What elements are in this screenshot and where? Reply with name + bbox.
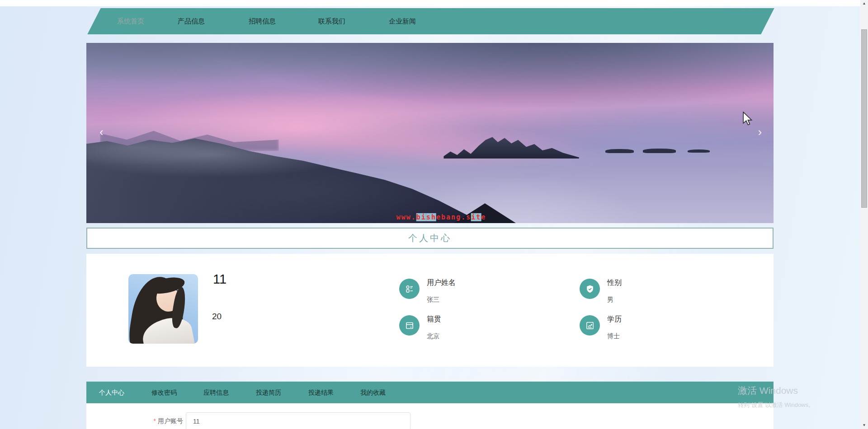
profile-sub-nav: 个人中心 修改密码 应聘信息 投递简历 投递结果 我的收藏 [86,382,774,403]
field-label: 学历 [607,315,622,323]
top-nav-item-jobs[interactable]: 招聘信息 [249,8,276,34]
scrollbar-thumb[interactable] [861,29,867,208]
top-nav-item-news[interactable]: 企业新闻 [389,8,416,34]
account-input[interactable] [186,412,410,429]
profile-field-gender: 性别 男 [580,279,622,303]
site-watermark: www.bishebang.site [396,213,486,221]
sub-nav-item-my-favorites[interactable]: 我的收藏 [360,382,386,403]
calendar-icon [399,315,420,336]
shield-check-icon [580,279,600,299]
watermark-segment: bi [416,213,426,221]
account-form-card: *用户账号 [86,403,774,429]
account-field-label: *用户账号 [150,412,183,429]
required-asterisk: * [154,417,156,424]
hero-islet [688,149,710,153]
sub-nav-item-change-password[interactable]: 修改密码 [151,382,177,403]
vertical-scrollbar[interactable]: ▲ ▼ [860,0,868,429]
profile-card: 11 20 用户姓名 张三 [86,254,774,367]
scrollbar-down-icon[interactable]: ▼ [860,422,868,429]
field-label: 性别 [607,279,622,287]
top-nav-item-products[interactable]: 产品信息 [178,8,205,34]
sub-nav-item-personal-center[interactable]: 个人中心 [99,382,124,403]
carousel-next-icon[interactable]: › [758,126,762,138]
hero-sky-layer [86,43,396,86]
page-background: 系统首页 产品信息 招聘信息 联系我们 企业新闻 ‹ › www.bisheba… [0,6,860,429]
hero-islet [605,149,634,153]
field-value: 博士 [607,332,622,340]
watermark-segment: sh [426,213,436,221]
avatar [128,274,198,344]
profile-field-education: 学历 博士 [580,315,622,340]
hero-carousel: ‹ › www.bishebang.site [86,43,774,223]
field-value: 男 [607,296,622,303]
account-label-text: 用户账号 [158,417,183,424]
top-nav-item-home[interactable]: 系统首页 [117,8,144,34]
top-nav-item-contact[interactable]: 联系我们 [318,8,345,34]
chart-icon [580,315,600,336]
profile-field-hometown: 籍贯 北京 [399,315,441,340]
watermark-segment: e [481,213,486,221]
field-value: 北京 [427,332,441,340]
profile-age: 20 [212,312,222,322]
sub-nav-item-submission-results[interactable]: 投递结果 [308,382,334,403]
watermark-segment: .s [461,213,471,221]
field-label: 籍贯 [427,315,441,323]
watermark-segment: ebang [436,213,461,221]
hero-islet [643,149,676,153]
watermark-segment: it [471,213,481,221]
id-card-icon [399,279,420,299]
profile-field-username: 用户姓名 张三 [399,279,456,303]
scrollbar-up-icon[interactable]: ▲ [860,0,868,7]
page-title: 个人中心 [86,228,774,249]
carousel-prev-icon[interactable]: ‹ [99,126,104,138]
field-value: 张三 [427,296,456,303]
profile-account-number: 11 [213,272,226,287]
sub-nav-item-submit-resume[interactable]: 投递简历 [256,382,281,403]
content-column: 系统首页 产品信息 招聘信息 联系我们 企业新闻 ‹ › www.bisheba… [86,6,774,429]
watermark-segment: www. [396,213,416,221]
sub-nav-item-application-info[interactable]: 应聘信息 [203,382,229,403]
field-label: 用户姓名 [427,279,456,287]
